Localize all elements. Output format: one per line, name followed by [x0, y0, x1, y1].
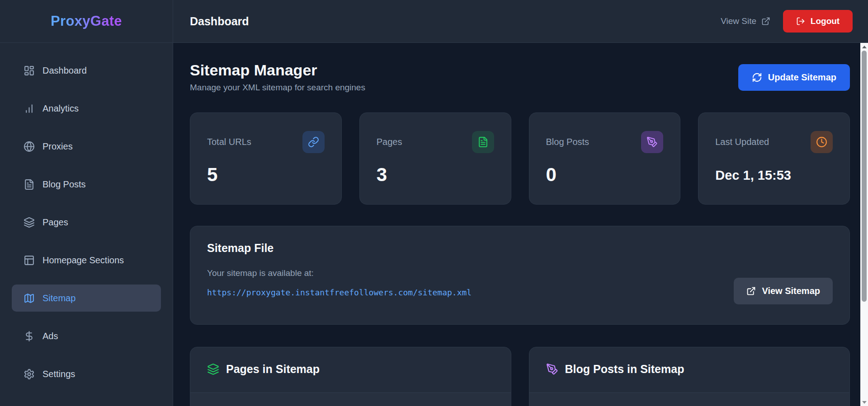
- dollar-icon: [24, 331, 35, 342]
- stat-value: 0: [546, 164, 664, 186]
- view-site-link[interactable]: View Site: [721, 16, 770, 26]
- file-text-icon: [472, 131, 494, 153]
- sidebar-item-proxies[interactable]: Proxies: [12, 133, 161, 160]
- sidebar-item-label: Dashboard: [42, 65, 87, 76]
- page-subtitle: Manage your XML sitemap for search engin…: [190, 83, 365, 93]
- sitemap-file-title: Sitemap File: [207, 242, 833, 255]
- pages-list: [190, 392, 511, 406]
- sidebar-item-blog-posts[interactable]: Blog Posts: [12, 171, 161, 198]
- sidebar-item-label: Homepage Sections: [42, 255, 124, 266]
- scroll-up-arrow[interactable]: [860, 43, 868, 51]
- main-content: Sitemap Manager Manage your XML sitemap …: [173, 43, 868, 406]
- pen-tool-icon: [546, 363, 558, 375]
- layers-icon: [24, 217, 35, 228]
- logout-icon: [796, 17, 805, 26]
- refresh-icon: [752, 72, 762, 83]
- stat-value: 5: [207, 164, 325, 186]
- sidebar-item-label: Proxies: [42, 141, 73, 152]
- page-header-text: Sitemap Manager Manage your XML sitemap …: [190, 61, 365, 93]
- sidebar-item-sitemap[interactable]: Sitemap: [12, 285, 161, 312]
- blog-posts-in-sitemap-card: Blog Posts in Sitemap: [529, 347, 850, 406]
- top-bar: Dashboard View Site Logout: [173, 0, 868, 43]
- file-text-icon: [24, 179, 35, 190]
- logout-label: Logout: [811, 16, 840, 26]
- stat-label: Pages: [377, 137, 402, 147]
- sidebar-nav: Dashboard Analytics Proxies Blog Posts: [0, 43, 173, 398]
- external-link-icon: [761, 17, 770, 26]
- view-site-label: View Site: [721, 16, 756, 26]
- sidebar-item-label: Pages: [42, 217, 68, 228]
- sidebar-item-ads[interactable]: Ads: [12, 322, 161, 350]
- sidebar-item-settings[interactable]: Settings: [12, 360, 161, 387]
- stat-card-blog-posts: Blog Posts 0: [529, 112, 681, 205]
- vertical-scrollbar[interactable]: [860, 43, 868, 406]
- sitemap-file-card: Sitemap File Your sitemap is available a…: [190, 226, 850, 325]
- update-sitemap-button[interactable]: Update Sitemap: [738, 64, 850, 91]
- logo-container: ProxyGate: [0, 0, 173, 43]
- sidebar-item-label: Blog Posts: [42, 179, 86, 190]
- layers-icon: [207, 363, 219, 375]
- stat-card-total-urls: Total URLs 5: [190, 112, 342, 205]
- sidebar-item-dashboard[interactable]: Dashboard: [12, 57, 161, 84]
- sitemap-file-description: Your sitemap is available at:: [207, 268, 833, 278]
- scroll-down-arrow[interactable]: [860, 398, 868, 406]
- list-item[interactable]: [529, 393, 850, 406]
- link-icon: [302, 131, 325, 153]
- sitemap-lists-row: Pages in Sitemap Blog Posts in Sitemap: [190, 347, 850, 406]
- bar-chart-icon: [24, 103, 35, 114]
- scrollbar-thumb[interactable]: [862, 51, 867, 302]
- section-title: Pages in Sitemap: [226, 363, 320, 376]
- page-header: Sitemap Manager Manage your XML sitemap …: [190, 61, 850, 93]
- top-bar-actions: View Site Logout: [721, 10, 853, 33]
- blog-posts-list: [529, 392, 850, 406]
- pages-in-sitemap-card: Pages in Sitemap: [190, 347, 511, 406]
- gear-icon: [24, 369, 35, 380]
- content-column: Dashboard View Site Logout: [173, 0, 868, 406]
- external-link-icon: [746, 286, 756, 296]
- page-title: Sitemap Manager: [190, 61, 365, 79]
- update-sitemap-label: Update Sitemap: [768, 72, 836, 83]
- logout-button[interactable]: Logout: [783, 10, 853, 33]
- stat-card-pages: Pages 3: [359, 112, 511, 205]
- list-item[interactable]: [190, 393, 511, 406]
- sidebar-item-label: Settings: [42, 369, 75, 379]
- stat-card-last-updated: Last Updated Dec 1, 15:53: [698, 112, 850, 205]
- app-window: ProxyGate Dashboard Analytics Proxies: [0, 0, 868, 406]
- map-icon: [24, 293, 35, 304]
- sidebar-item-label: Analytics: [42, 103, 79, 114]
- layout-panels-icon: [24, 255, 35, 266]
- view-sitemap-label: View Sitemap: [762, 286, 820, 296]
- stat-label: Blog Posts: [546, 137, 590, 147]
- layout-dashboard-icon: [24, 65, 35, 76]
- page-breadcrumb-title: Dashboard: [190, 15, 249, 28]
- stat-value: 3: [377, 164, 494, 186]
- sidebar-item-analytics[interactable]: Analytics: [12, 95, 161, 122]
- clock-icon: [811, 131, 833, 153]
- globe-icon: [24, 141, 35, 152]
- sidebar: ProxyGate Dashboard Analytics Proxies: [0, 0, 173, 406]
- app-logo: ProxyGate: [51, 13, 122, 29]
- stats-row: Total URLs 5 Pages 3: [190, 112, 850, 205]
- stat-label: Last Updated: [715, 137, 769, 147]
- stat-value: Dec 1, 15:53: [715, 168, 833, 183]
- view-sitemap-button[interactable]: View Sitemap: [734, 278, 833, 304]
- pen-tool-icon: [641, 131, 663, 153]
- sidebar-item-label: Ads: [42, 331, 58, 341]
- sidebar-item-label: Sitemap: [42, 293, 75, 303]
- stat-label: Total URLs: [207, 137, 251, 147]
- section-title: Blog Posts in Sitemap: [565, 363, 684, 376]
- sidebar-item-pages[interactable]: Pages: [12, 209, 161, 236]
- sidebar-item-homepage-sections[interactable]: Homepage Sections: [12, 247, 161, 274]
